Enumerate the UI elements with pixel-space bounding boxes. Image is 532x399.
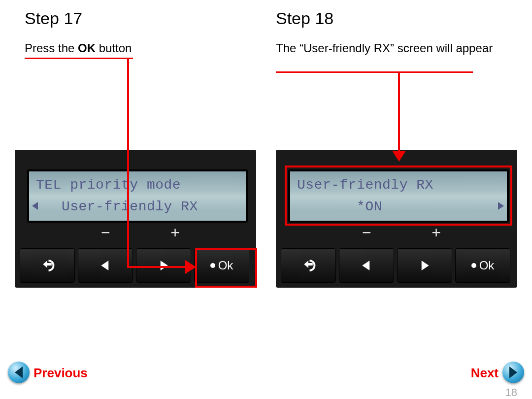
ok-label: Ok [218,259,233,272]
back-button[interactable] [281,248,336,283]
right-arrow-button[interactable] [397,248,452,283]
lcd-screen-right: User-friendly RX *ON [288,169,509,223]
ok-label: Ok [479,259,495,272]
ok-button[interactable]: Ok [455,248,510,283]
triangle-right-icon [417,258,432,273]
callout-arrow-vertical-right [398,72,400,153]
plus-minus-row-left: − + [27,224,244,241]
step-heading-right: Step 18 [276,9,333,28]
back-arrow-icon [301,258,316,273]
previous-label: Previous [33,366,88,381]
minus-icon: − [101,224,110,242]
triangle-left-icon [359,258,374,273]
previous-button[interactable] [8,362,30,383]
lcd-screen-left: TEL priority mode User-friendly RX [27,169,248,223]
instr-bold: OK [78,41,96,55]
triangle-right-icon [509,366,517,378]
minus-icon: − [362,224,371,242]
arrow-head-down-icon [392,151,406,162]
callout-arrow-horizontal-left [127,266,185,268]
instr-post: button [96,41,132,55]
ok-dot-icon [471,263,476,268]
arrow-head-right-icon [185,260,196,274]
lcd-left-caret-icon [32,202,38,210]
lcd-text-left: TEL priority mode User-friendly RX [36,174,239,218]
underline-left [25,58,133,59]
instruction-right: The “User-friendly RX” screen will appea… [276,41,498,55]
next-label: Next [471,366,499,381]
button-row-right: Ok [281,248,510,283]
underline-right [276,71,473,73]
next-button[interactable] [502,362,524,383]
back-arrow-icon [40,258,55,273]
instr-pre: Press the [25,41,78,55]
callout-arrow-vertical-left [127,58,129,268]
triangle-left-icon [15,366,23,378]
triangle-right-icon [156,258,171,273]
device-panel-right: User-friendly RX *ON − + Ok [276,150,517,288]
button-row-left: Ok [20,248,249,283]
right-arrow-button[interactable] [136,248,191,283]
step-heading-left: Step 17 [25,9,82,28]
back-button[interactable] [20,248,75,283]
plus-minus-row-right: − + [288,224,505,241]
plus-icon: + [170,224,180,242]
lcd-right-caret-icon [498,202,504,210]
instruction-left: Press the OK button [25,41,132,55]
ok-button[interactable]: Ok [194,248,249,283]
triangle-left-icon [98,258,113,273]
lcd-text-right: User-friendly RX *ON [297,174,500,218]
ok-dot-icon [210,263,215,268]
plus-icon: + [432,224,441,242]
left-arrow-button[interactable] [78,248,133,283]
page-number: 18 [505,386,517,399]
left-arrow-button[interactable] [339,248,394,283]
